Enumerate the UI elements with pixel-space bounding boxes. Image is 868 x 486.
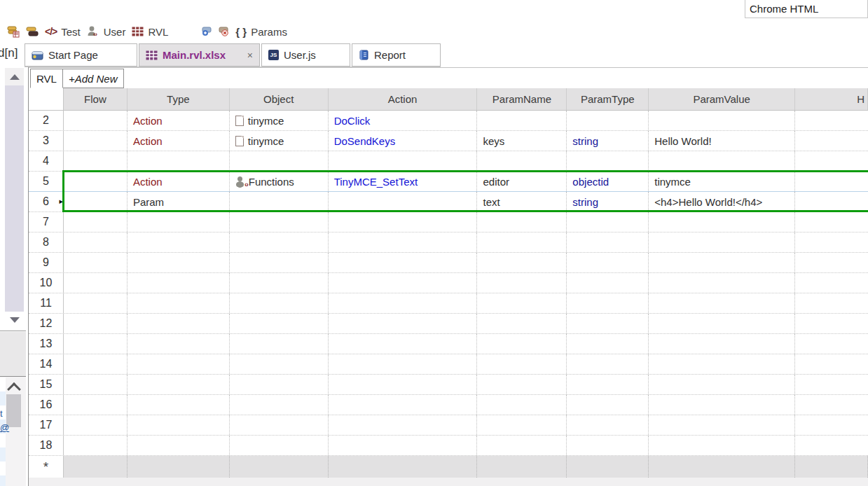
column-header-action[interactable]: Action	[329, 88, 478, 110]
tab-report[interactable]: Report	[352, 43, 441, 67]
cell-r11-flow[interactable]	[64, 293, 128, 313]
cell-r6-h[interactable]	[795, 192, 868, 211]
cell-r18-flow[interactable]	[64, 436, 128, 455]
cell-r5-param_type[interactable]: objectid	[567, 172, 649, 191]
cell-r5-object[interactable]: Functions	[230, 172, 329, 191]
row-header-15[interactable]: 15	[29, 375, 64, 394]
cell-r13-param_value[interactable]	[649, 334, 795, 354]
subtab-add-new[interactable]: +Add New	[62, 69, 124, 88]
column-header-flow[interactable]: Flow	[64, 88, 128, 110]
cell-r4-flow[interactable]	[64, 151, 128, 171]
cell-r7-object[interactable]	[230, 212, 329, 232]
cell-r17-action[interactable]	[329, 415, 478, 435]
cell-r3-param_type[interactable]: string	[567, 131, 649, 151]
cell-r4-object[interactable]	[230, 151, 329, 171]
cell-r*-flow[interactable]	[64, 456, 128, 478]
cell-r7-h[interactable]	[795, 212, 868, 232]
cell-r14-flow[interactable]	[64, 354, 128, 374]
cell-r7-type[interactable]	[128, 212, 230, 232]
cell-r3-param_value[interactable]: Hello World!	[649, 131, 795, 151]
cell-r18-param_type[interactable]	[567, 436, 649, 455]
cell-r12-param_value[interactable]	[649, 314, 795, 333]
cell-r11-param_value[interactable]	[649, 293, 795, 313]
cell-r8-object[interactable]	[230, 232, 329, 252]
column-header-type[interactable]: Type	[128, 88, 230, 110]
cell-r17-object[interactable]	[230, 415, 329, 435]
cell-r11-h[interactable]	[795, 293, 868, 313]
test-script-button[interactable]: </> Test	[45, 26, 81, 38]
cell-r8-flow[interactable]	[64, 232, 128, 252]
filter-add-button[interactable]	[202, 27, 212, 36]
cell-r9-param_type[interactable]	[567, 253, 649, 272]
column-header-object[interactable]: Object	[230, 88, 329, 110]
cell-r16-param_value[interactable]	[649, 395, 795, 415]
cell-r15-h[interactable]	[795, 375, 868, 394]
cell-r18-h[interactable]	[795, 436, 868, 455]
cell-r6-flow[interactable]	[64, 192, 128, 211]
cell-r16-object[interactable]	[230, 395, 329, 415]
column-header-param_name[interactable]: ParamName	[477, 88, 567, 110]
cell-r17-param_name[interactable]	[477, 415, 567, 435]
cell-r15-object[interactable]	[230, 375, 329, 394]
cell-r10-param_value[interactable]	[649, 273, 795, 293]
row-header-5[interactable]: 5	[29, 172, 64, 191]
cell-r9-h[interactable]	[795, 253, 868, 272]
cell-r*-param_name[interactable]	[477, 456, 567, 478]
cell-r18-param_value[interactable]	[649, 436, 795, 455]
cell-r5-param_value[interactable]: tinymce	[649, 172, 795, 191]
cell-r14-param_name[interactable]	[477, 354, 567, 374]
cell-r14-object[interactable]	[230, 354, 329, 374]
cell-r16-type[interactable]	[128, 395, 230, 415]
cell-r12-flow[interactable]	[64, 314, 128, 333]
cell-r10-h[interactable]	[795, 273, 868, 293]
cell-r8-action[interactable]	[329, 232, 478, 252]
cell-r3-param_name[interactable]: keys	[477, 131, 567, 151]
cell-r14-param_type[interactable]	[567, 354, 649, 374]
cell-r3-action[interactable]: DoSendKeys	[329, 131, 478, 151]
cell-r*-param_value[interactable]	[649, 456, 795, 478]
cell-r10-flow[interactable]	[64, 273, 128, 293]
cell-r*-h[interactable]	[795, 456, 868, 478]
cell-r9-type[interactable]	[128, 253, 230, 272]
cell-r12-action[interactable]	[329, 314, 478, 333]
cell-r12-h[interactable]	[795, 314, 868, 333]
cell-r4-param_value[interactable]	[649, 151, 795, 171]
row-header-16[interactable]: 16	[29, 395, 64, 415]
cell-r18-action[interactable]	[329, 436, 478, 455]
cell-r10-param_name[interactable]	[477, 273, 567, 293]
cell-r11-param_name[interactable]	[477, 293, 567, 313]
sheet-stack-badge-button[interactable]	[7, 26, 20, 38]
cell-r7-param_type[interactable]	[567, 212, 649, 232]
cell-r7-param_value[interactable]	[649, 212, 795, 232]
cell-r17-param_type[interactable]	[567, 415, 649, 435]
params-button[interactable]: { } Params	[235, 26, 287, 38]
cell-r7-param_name[interactable]	[477, 212, 567, 232]
cell-r18-param_name[interactable]	[477, 436, 567, 455]
cell-r14-h[interactable]	[795, 354, 868, 374]
row-header-*[interactable]: *	[29, 456, 64, 478]
user-script-button[interactable]: ‹› User	[87, 26, 126, 38]
cell-r12-object[interactable]	[230, 314, 329, 333]
cell-r8-param_type[interactable]	[567, 232, 649, 252]
cell-r8-param_name[interactable]	[477, 232, 567, 252]
row-header-7[interactable]: 7	[29, 212, 64, 232]
cell-r2-param_type[interactable]	[567, 111, 649, 130]
column-header-param_value[interactable]: ParamValue	[649, 88, 795, 110]
cell-r17-param_value[interactable]	[649, 415, 795, 435]
cell-r13-param_name[interactable]	[477, 334, 567, 354]
rvl-view-button[interactable]: RVL	[132, 26, 168, 38]
cell-r13-param_type[interactable]	[567, 334, 649, 354]
column-header-param_type[interactable]: ParamType	[567, 88, 649, 110]
tab-user-js[interactable]: JS User.js	[261, 43, 350, 67]
cell-r4-param_type[interactable]	[567, 151, 649, 171]
cell-r8-type[interactable]	[128, 232, 230, 252]
row-header-9[interactable]: 9	[29, 253, 64, 272]
cell-r10-action[interactable]	[329, 273, 478, 293]
cell-r5-param_name[interactable]: editor	[477, 172, 567, 191]
cell-r7-action[interactable]	[329, 212, 478, 232]
cell-r12-type[interactable]	[128, 314, 230, 333]
cell-r*-action[interactable]	[329, 456, 478, 478]
cell-r5-flow[interactable]	[64, 172, 128, 191]
cell-r4-param_name[interactable]	[477, 151, 567, 171]
row-header-8[interactable]: 8	[29, 232, 64, 252]
